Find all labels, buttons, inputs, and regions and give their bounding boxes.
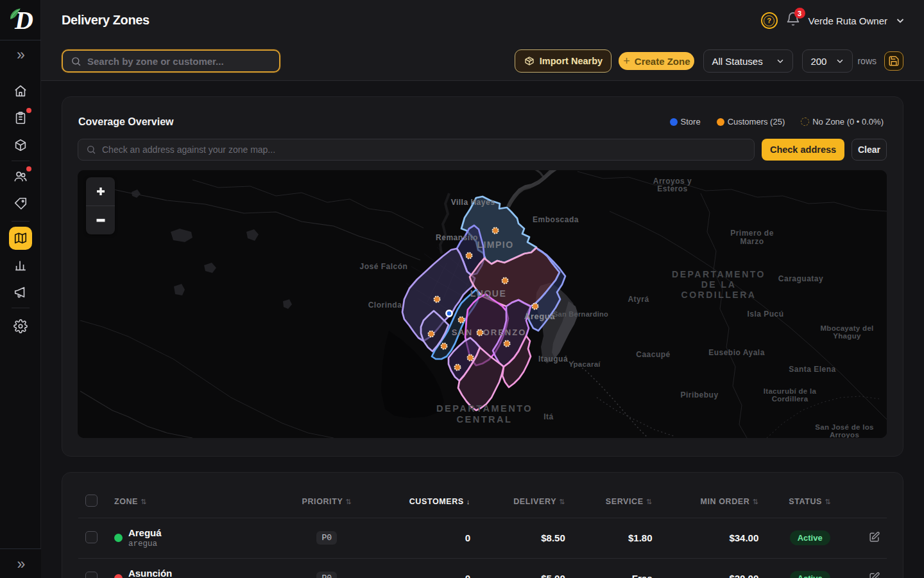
- svg-text:Esteros: Esteros: [657, 184, 688, 193]
- svg-text:Eusebio Ayala: Eusebio Ayala: [708, 348, 765, 357]
- svg-text:Isla Pucú: Isla Pucú: [747, 310, 783, 319]
- svg-text:Piribebuy: Piribebuy: [680, 390, 718, 399]
- svg-text:LIMPIO: LIMPIO: [477, 240, 513, 250]
- svg-text:Areguá: Areguá: [524, 311, 555, 321]
- svg-text:Marzo: Marzo: [740, 237, 764, 246]
- svg-text:José Falcón: José Falcón: [360, 262, 408, 271]
- svg-text:Caacupé: Caacupé: [636, 350, 671, 359]
- svg-text:SAN LORENZO: SAN LORENZO: [452, 328, 527, 337]
- svg-text:Yhaguy: Yhaguy: [833, 332, 861, 340]
- svg-text:San José de los: San José de los: [815, 423, 873, 431]
- svg-text:Villa Hayes: Villa Hayes: [451, 198, 495, 207]
- svg-text:Itauguá: Itauguá: [538, 355, 568, 363]
- svg-text:Santa Elena: Santa Elena: [789, 365, 836, 374]
- svg-text:Primero de: Primero de: [730, 229, 774, 238]
- svg-text:Emboscada: Emboscada: [533, 215, 579, 224]
- svg-text:DE LA: DE LA: [701, 279, 737, 290]
- svg-text:Cordillera: Cordillera: [772, 395, 809, 403]
- svg-text:San Bernardino: San Bernardino: [553, 310, 608, 318]
- svg-text:CORDILLERA: CORDILLERA: [681, 290, 757, 300]
- svg-text:Itacurubí de la: Itacurubí de la: [764, 387, 817, 395]
- svg-text:DEPARTAMENTO: DEPARTAMENTO: [672, 269, 766, 279]
- svg-text:DEPARTAMENTO: DEPARTAMENTO: [436, 403, 533, 414]
- svg-text:Atyrá: Atyrá: [628, 295, 649, 304]
- svg-text:CENTRAL: CENTRAL: [457, 414, 513, 425]
- svg-text:Itá: Itá: [543, 412, 554, 421]
- svg-text:Caraguatay: Caraguatay: [778, 274, 823, 283]
- svg-text:Arroyos: Arroyos: [830, 431, 859, 438]
- svg-text:Mbocayaty del: Mbocayaty del: [820, 324, 873, 332]
- svg-text:Clorinda: Clorinda: [368, 301, 402, 310]
- svg-text:Ypacaraí: Ypacaraí: [569, 360, 601, 368]
- svg-text:Remansito: Remansito: [436, 233, 478, 242]
- svg-text:LUQUE: LUQUE: [470, 288, 507, 299]
